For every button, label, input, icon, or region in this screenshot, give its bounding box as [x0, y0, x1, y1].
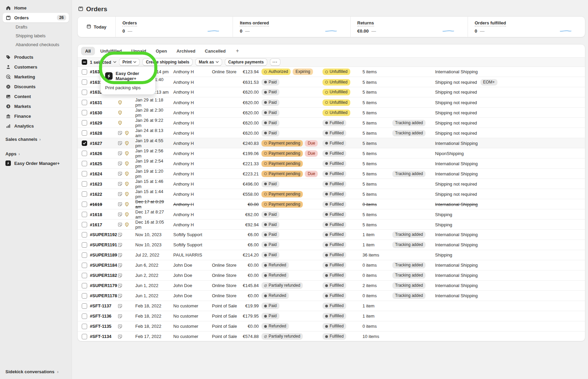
tab-cancelled[interactable]: Cancelled — [201, 47, 230, 55]
row-checkbox[interactable] — [82, 283, 87, 288]
sidebar-item-discounts[interactable]: Discounts — [3, 82, 69, 91]
tab-unfulfilled[interactable]: Unfulfilled — [96, 47, 126, 55]
add-view-button[interactable]: + — [233, 47, 242, 55]
row-checkbox[interactable] — [82, 273, 87, 278]
order-number-link[interactable]: #SFT-1135 — [90, 324, 115, 329]
sidebar-item-products[interactable]: Products — [3, 52, 69, 62]
menu-item-easy-order-manager[interactable]: Easy Order Manager+ — [103, 69, 153, 83]
tab-open[interactable]: Open — [152, 47, 171, 55]
date-range-button[interactable]: Today — [78, 17, 116, 37]
order-number-link[interactable]: #1618 — [90, 212, 115, 217]
row-checkbox[interactable] — [82, 181, 87, 187]
mark-as-button[interactable]: Mark as — [195, 58, 222, 66]
row-checkbox[interactable] — [82, 252, 87, 258]
sidebar-item-markets[interactable]: $ Markets — [3, 101, 69, 111]
row-checkbox[interactable] — [82, 263, 87, 268]
table-row[interactable]: #1623Jan 15 at 1:46 pmAnthony H€496.00Pa… — [78, 179, 585, 189]
row-checkbox[interactable] — [82, 130, 87, 136]
table-row[interactable]: #1626Jan 19 at 2:56 pmAnthony H€199.06Pa… — [78, 148, 585, 158]
order-number-link[interactable]: #1627 — [90, 141, 115, 146]
select-all-checkbox[interactable] — [82, 59, 87, 65]
table-row[interactable]: #SFT-1134Feb 17, 2022No customerPoint of… — [78, 331, 585, 341]
row-checkbox[interactable] — [82, 171, 87, 176]
order-number-link[interactable]: #1624 — [90, 171, 115, 176]
table-row[interactable]: #SUPER1178Jun 1, 2022John DoeOnline Stor… — [78, 291, 585, 301]
sidebar-item-shipping-labels[interactable]: Shipping labels — [3, 32, 69, 40]
sidebar-item-easy-order-manager[interactable]: Easy Order Manager+ — [3, 158, 69, 168]
order-number-link[interactable]: #SUPER1189 — [90, 252, 115, 258]
order-number-link[interactable]: #SFT-1134 — [90, 334, 115, 339]
table-row[interactable]: #SFT-1135Feb 18, 2022No customerPoint of… — [78, 321, 585, 331]
row-checkbox[interactable] — [82, 222, 87, 227]
row-checkbox[interactable] — [82, 161, 87, 166]
order-number-link[interactable]: #1629 — [90, 120, 115, 126]
row-checkbox[interactable] — [82, 120, 87, 126]
print-button[interactable]: Print — [119, 58, 140, 66]
table-row[interactable]: #SUPER1189Jul 22, 2022PAUL HARRIS€214.20… — [78, 250, 585, 260]
table-row[interactable]: #1617Dec 16 at 3:05 pmAnthony H€92.94Pai… — [78, 220, 585, 230]
more-actions-button[interactable]: ··· — [270, 58, 280, 66]
capture-payments-button[interactable]: Capture payments — [225, 58, 267, 66]
sidebar-item-finance[interactable]: Finance — [3, 111, 69, 121]
table-row[interactable]: #SUPER1192Nov 10, 2023Softify Support€6.… — [78, 230, 585, 240]
order-number-link[interactable]: #SUPER1178 — [90, 293, 115, 298]
order-number-link[interactable]: #1631 — [90, 100, 115, 105]
row-checkbox[interactable] — [82, 242, 87, 248]
table-row[interactable]: #1624Jan 19 at 1:20 pmAnthony H€223.21Pa… — [78, 169, 585, 179]
metric-label[interactable]: Items ordered — [240, 20, 269, 26]
metric-label[interactable]: Orders — [122, 20, 137, 26]
table-row[interactable]: #SUPER1184Jun 6, 2022John DoeOnline Stor… — [78, 260, 585, 270]
sidebar-item-customers[interactable]: Customers — [3, 62, 69, 72]
menu-item-print-packing-slips[interactable]: Print packing slips — [103, 83, 153, 92]
row-checkbox[interactable] — [82, 79, 87, 85]
order-number-link[interactable]: #SUPER1182 — [90, 273, 115, 278]
row-checkbox[interactable] — [82, 334, 87, 339]
order-number-link[interactable]: #SUPER1179 — [90, 283, 115, 288]
sidebar-section-sales-channels[interactable]: Sales channels› — [5, 137, 66, 142]
row-checkbox[interactable] — [82, 69, 87, 75]
table-row[interactable]: #1622Jan 15 at 1:44 pmAnthony H€558.00Pa… — [78, 189, 585, 199]
order-number-link[interactable]: #SFT-1137 — [90, 303, 115, 308]
tab-archived[interactable]: Archived — [172, 47, 199, 55]
order-number-link[interactable]: #1628 — [90, 131, 115, 136]
order-number-link[interactable]: #1619 — [90, 202, 115, 207]
table-row[interactable]: #SUPER1191Nov 10, 2023Softify Support€6.… — [78, 240, 585, 250]
sidebar-item-abandoned-checkouts[interactable]: Abandoned checkouts — [3, 40, 69, 49]
row-checkbox[interactable] — [82, 232, 87, 238]
tab-all[interactable]: All — [81, 47, 95, 55]
row-checkbox[interactable] — [82, 100, 87, 105]
order-number-link[interactable]: #1626 — [90, 151, 115, 156]
table-row[interactable]: #1619Dec 17 at 8:29 amAnthony H€0.00Paym… — [78, 199, 585, 209]
metric-label[interactable]: Orders fulfilled — [475, 20, 506, 26]
row-checkbox[interactable] — [82, 90, 87, 95]
table-row[interactable]: #1627Jan 19 at 4:55 pmAnthony H€240.83Pa… — [78, 138, 585, 148]
row-checkbox[interactable] — [82, 191, 87, 197]
row-checkbox[interactable] — [82, 140, 87, 146]
sidebar-item-content[interactable]: Content — [3, 92, 69, 101]
row-checkbox[interactable] — [82, 314, 87, 319]
row-checkbox[interactable] — [82, 212, 87, 217]
table-row[interactable]: #1631Jan 29 at 1:18 pmAnthony H€620.00Pa… — [78, 97, 585, 108]
sidebar-section-apps[interactable]: Apps› — [5, 151, 66, 156]
table-row[interactable]: #1625Jan 19 at 2:54 pmAnthony H€221.33Pa… — [78, 158, 585, 169]
sidebar-item-home[interactable]: Home — [3, 3, 69, 13]
row-checkbox[interactable] — [82, 324, 87, 329]
row-checkbox[interactable] — [82, 202, 87, 207]
order-number-link[interactable]: #1622 — [90, 192, 115, 197]
row-checkbox[interactable] — [82, 293, 87, 299]
order-number-link[interactable]: #1617 — [90, 222, 115, 227]
table-row[interactable]: #1628Jan 24 at 8:13 amAnthony H€620.00Pa… — [78, 128, 585, 138]
order-number-link[interactable]: #SUPER1191 — [90, 242, 115, 247]
sidebar-item-orders[interactable]: Orders 26 — [3, 13, 69, 22]
create-shipping-labels-button[interactable]: Create shipping labels — [142, 58, 193, 66]
order-number-link[interactable]: #1623 — [90, 182, 115, 187]
table-row[interactable]: #1618Dec 17 at 8:27 amAnthony H€62.00Pai… — [78, 209, 585, 220]
table-row[interactable]: #1629Jan 26 at 9:22 pmAnthony H€620.00Pa… — [78, 118, 585, 128]
sidekick-conversations[interactable]: Sidekick conversations› — [5, 369, 59, 374]
selected-count-dropdown[interactable]: 1 selected — [90, 60, 116, 65]
order-number-link[interactable]: #SFT-1136 — [90, 314, 115, 319]
table-row[interactable]: #1630Jan 28 at 2:30 pmAnthony H€620.00Pa… — [78, 108, 585, 118]
table-row[interactable]: #SFT-1136Feb 18, 2022No customerPoint of… — [78, 311, 585, 321]
row-checkbox[interactable] — [82, 151, 87, 156]
table-row[interactable]: #SUPER1182Jun 2, 2022John DoeOnline Stor… — [78, 270, 585, 281]
